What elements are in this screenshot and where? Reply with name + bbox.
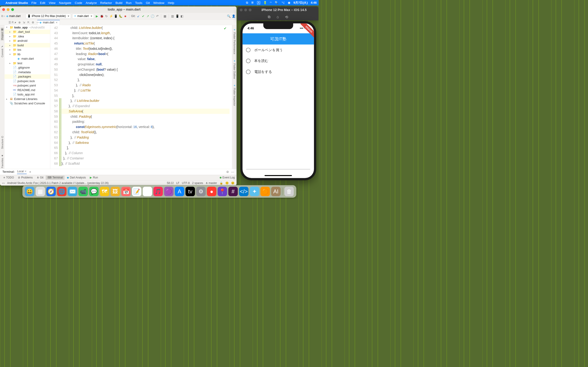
tree-node-build[interactable]: ▸📁build <box>5 43 50 48</box>
dock-app-5[interactable]: 📹 <box>78 187 88 196</box>
menu-window[interactable]: Window <box>153 1 164 5</box>
dock-app-13[interactable]: 🟣 <box>164 187 173 196</box>
dock-app-3[interactable]: 🌐 <box>57 187 66 196</box>
settings-icon[interactable]: ⚙ <box>32 21 34 24</box>
dock-app-8[interactable]: 🖼 <box>111 187 120 196</box>
dock-app-1[interactable]: ▦ <box>36 187 45 196</box>
window-minimize-button[interactable] <box>7 8 9 11</box>
avd-manager-button[interactable]: ▦ <box>163 15 167 18</box>
git-push-button[interactable]: ↗ <box>146 15 149 18</box>
tab-git[interactable]: ⋔Git <box>35 175 45 180</box>
menu-code[interactable]: Code <box>75 1 82 5</box>
run-config-selector[interactable]: ✦ main.dart <box>72 14 94 19</box>
tab-problems[interactable]: ⊘Problems <box>16 175 35 180</box>
menubar-date[interactable]: 9月7日(火) <box>294 1 308 5</box>
tab-dart-analysis[interactable]: ◆Dart Analysis <box>65 175 87 180</box>
dock-app-6[interactable]: 💬 <box>89 187 99 196</box>
terminal-hide-icon[interactable]: — <box>231 170 234 174</box>
dock-app-23[interactable]: AI <box>271 187 280 196</box>
tool-flutter-inspector[interactable]: ✦Flutter Inspector <box>233 83 236 107</box>
window-zoom-button[interactable] <box>11 8 14 11</box>
dock-app-2[interactable]: 🧭 <box>46 187 56 196</box>
status-tip-icon[interactable]: ▭ <box>2 181 5 185</box>
dock-app-14[interactable]: A <box>175 187 184 196</box>
menubar-time[interactable]: 4:46 <box>311 1 317 4</box>
control-center-icon[interactable]: ⌥ <box>281 1 285 4</box>
account-button[interactable]: 👤 <box>232 15 235 18</box>
debug-button[interactable]: 🐞 <box>100 15 103 18</box>
dock-app-7[interactable]: 🗺 <box>100 187 109 196</box>
hide-icon[interactable]: — <box>36 21 39 24</box>
tree-node--dart-tool[interactable]: ▸📁.dart_tool <box>5 30 50 34</box>
dock-app-0[interactable]: 😀 <box>25 187 34 196</box>
tree-scratches[interactable]: 📎 Scratches and Console <box>5 101 50 106</box>
scroll-from-source-icon[interactable]: ⊕ <box>18 21 21 24</box>
caret-position[interactable]: 58:22 <box>167 181 174 185</box>
menu-help[interactable]: Help <box>168 1 174 5</box>
radio-icon[interactable] <box>246 59 251 63</box>
git-pull-button[interactable]: ↙ <box>137 15 140 18</box>
tool-structure[interactable]: Structure ⌬ <box>1 135 4 150</box>
dock-app-15[interactable]: tv <box>186 187 195 196</box>
tree-node-main-dart[interactable]: ◆main.dart <box>5 56 50 61</box>
sim-rotate-icon[interactable]: ⟲ <box>285 15 288 19</box>
list-item[interactable]: 本を読む <box>242 56 314 67</box>
tree-node-pubspec-yaml[interactable]: YMLpubspec.yaml <box>5 83 50 88</box>
input-source-icon[interactable]: A <box>257 1 260 5</box>
dock-app-9[interactable]: 📅 <box>121 187 131 196</box>
tab-run[interactable]: ▶Run <box>88 175 100 180</box>
tree-node-android[interactable]: ▸📁android <box>5 39 50 43</box>
tree-node-todo-app-iml[interactable]: 📄todo_app.iml <box>5 92 50 97</box>
tree-node--packages[interactable]: 📄.packages <box>5 74 50 79</box>
dock-app-4[interactable]: ✉️ <box>68 187 77 196</box>
radio-icon[interactable] <box>246 48 251 52</box>
stop-button[interactable]: ■ <box>124 15 127 18</box>
analysis-ok-icon[interactable]: ✔ <box>224 26 226 31</box>
menu-tools[interactable]: Tools <box>135 1 142 5</box>
menu-edit[interactable]: Edit <box>40 1 45 5</box>
dock-app-17[interactable]: ● <box>207 187 216 196</box>
collapse-all-icon[interactable]: ⇱ <box>27 21 30 24</box>
siri-icon[interactable]: ◉ <box>288 1 290 4</box>
text-field[interactable] <box>246 169 310 169</box>
tool-flutter-outline[interactable]: ✦Flutter Outline <box>233 59 236 80</box>
sdk-manager-button[interactable]: ▥ <box>171 15 174 18</box>
terminal-settings-icon[interactable]: ⚙ <box>226 170 229 174</box>
menu-view[interactable]: View <box>49 1 55 5</box>
dock-app-21[interactable]: ✦ <box>250 187 259 196</box>
tool-flutter-performance[interactable]: ✦Flutter Performance <box>233 27 236 55</box>
tab-terminal[interactable]: ⌨Terminal <box>46 175 65 180</box>
menu-refactor[interactable]: Refactor <box>100 1 112 5</box>
tool-project[interactable]: Project ▦ <box>1 27 4 40</box>
tool-commit[interactable]: Commit ✔ <box>1 44 4 58</box>
indent-setting[interactable]: 2 spaces <box>192 181 203 185</box>
code-content[interactable]: child: ListView.builder( itemCount: todo… <box>61 25 232 169</box>
dock-app-11[interactable]: 🗒 <box>143 187 152 196</box>
dock-app-16[interactable]: ⚙ <box>196 187 206 196</box>
menu-file[interactable]: File <box>32 1 36 5</box>
git-branch[interactable]: ⋔ master <box>206 181 217 185</box>
hot-reload-button[interactable]: ⚡ <box>109 15 113 18</box>
wifi-icon[interactable]: ⌔ <box>270 1 272 4</box>
dock-app-18[interactable]: 📍 <box>217 187 227 196</box>
tree-node--gitignore[interactable]: 📄.gitignore <box>5 65 50 70</box>
git-rollback-button[interactable]: ↶ <box>156 15 159 18</box>
tree-node--idea[interactable]: ▸📁.idea <box>5 34 50 39</box>
window-close-button[interactable] <box>2 8 5 11</box>
sim-close-button[interactable] <box>240 8 242 11</box>
sim-home-icon[interactable]: ⌂ <box>277 15 279 19</box>
menubar-app-name[interactable]: Android Studio <box>6 1 28 5</box>
file-encoding[interactable]: UTF-8 <box>182 181 190 185</box>
emoji-happy-icon[interactable]: 🙂 <box>225 181 229 185</box>
list-item[interactable]: 電話をする <box>242 66 314 77</box>
git-history-button[interactable]: 🕘 <box>151 15 154 18</box>
line-ending[interactable]: LF <box>176 181 179 185</box>
todo-list[interactable]: ボールペンを買う 本を読む 電話をする <box>242 44 314 77</box>
tree-node-pubspec-lock[interactable]: 📄pubspec.lock <box>5 79 50 83</box>
expand-all-icon[interactable]: ⇲ <box>23 21 25 24</box>
breadcrumb-root[interactable]: ib › <box>1 15 5 18</box>
spotlight-icon[interactable]: 🔍 <box>275 1 278 4</box>
search-everywhere-button[interactable]: 🔍 <box>227 15 231 18</box>
profiler-button[interactable]: 🐛 <box>119 15 122 18</box>
menu-analyze[interactable]: Analyze <box>86 1 97 5</box>
